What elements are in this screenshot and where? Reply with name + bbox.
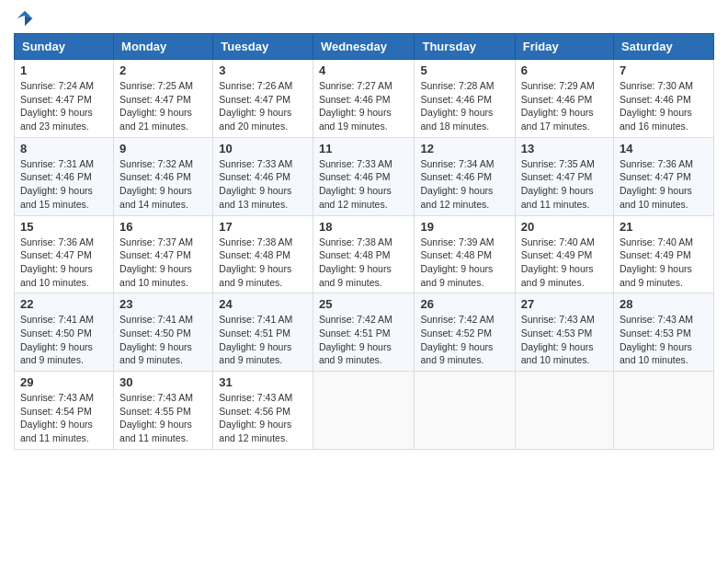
- day-info: Sunrise: 7:36 AM Sunset: 4:47 PM Dayligh…: [20, 236, 108, 290]
- calendar-cell: 3 Sunrise: 7:26 AM Sunset: 4:47 PM Dayli…: [213, 60, 313, 138]
- calendar-cell: 20 Sunrise: 7:40 AM Sunset: 4:49 PM Dayl…: [515, 215, 613, 293]
- calendar-cell: 13 Sunrise: 7:35 AM Sunset: 4:47 PM Dayl…: [515, 137, 613, 215]
- day-number: 2: [119, 63, 207, 77]
- day-number: 20: [521, 220, 608, 234]
- calendar-header-friday: Friday: [515, 34, 613, 60]
- day-number: 29: [20, 375, 108, 389]
- day-info: Sunrise: 7:43 AM Sunset: 4:53 PM Dayligh…: [620, 313, 708, 367]
- logo-icon: [16, 9, 34, 28]
- day-number: 27: [521, 297, 608, 311]
- day-number: 1: [20, 63, 108, 77]
- calendar-cell: [614, 372, 714, 450]
- calendar-cell: 11 Sunrise: 7:33 AM Sunset: 4:46 PM Dayl…: [313, 137, 415, 215]
- day-number: 13: [521, 142, 608, 155]
- day-number: 31: [219, 375, 307, 389]
- day-info: Sunrise: 7:38 AM Sunset: 4:48 PM Dayligh…: [219, 236, 307, 290]
- day-number: 11: [319, 142, 409, 155]
- calendar-header-wednesday: Wednesday: [313, 34, 415, 60]
- calendar-cell: 23 Sunrise: 7:41 AM Sunset: 4:50 PM Dayl…: [114, 293, 213, 372]
- calendar-cell: 22 Sunrise: 7:41 AM Sunset: 4:50 PM Dayl…: [15, 293, 114, 372]
- svg-marker-1: [25, 16, 32, 27]
- day-info: Sunrise: 7:32 AM Sunset: 4:46 PM Dayligh…: [119, 157, 207, 212]
- day-number: 3: [219, 63, 307, 77]
- day-number: 15: [20, 220, 108, 234]
- calendar-header-tuesday: Tuesday: [213, 34, 313, 60]
- calendar-cell: 21 Sunrise: 7:40 AM Sunset: 4:49 PM Dayl…: [614, 215, 714, 293]
- calendar-cell: 1 Sunrise: 7:24 AM Sunset: 4:47 PM Dayli…: [15, 60, 114, 138]
- calendar-cell: 6 Sunrise: 7:29 AM Sunset: 4:46 PM Dayli…: [515, 60, 613, 138]
- calendar-cell: [415, 372, 515, 450]
- calendar-header-saturday: Saturday: [614, 34, 714, 60]
- calendar-cell: 10 Sunrise: 7:33 AM Sunset: 4:46 PM Dayl…: [213, 137, 313, 215]
- calendar-cell: 16 Sunrise: 7:37 AM Sunset: 4:47 PM Dayl…: [114, 215, 213, 293]
- calendar-header-thursday: Thursday: [415, 34, 515, 60]
- logo: [14, 9, 34, 28]
- calendar-table: SundayMondayTuesdayWednesdayThursdayFrid…: [14, 33, 714, 450]
- calendar-cell: 9 Sunrise: 7:32 AM Sunset: 4:46 PM Dayli…: [114, 137, 213, 215]
- day-info: Sunrise: 7:33 AM Sunset: 4:46 PM Dayligh…: [219, 157, 307, 212]
- calendar-cell: [313, 372, 415, 450]
- calendar-header-row: SundayMondayTuesdayWednesdayThursdayFrid…: [15, 34, 714, 60]
- calendar-cell: 17 Sunrise: 7:38 AM Sunset: 4:48 PM Dayl…: [213, 215, 313, 293]
- day-info: Sunrise: 7:43 AM Sunset: 4:55 PM Dayligh…: [119, 391, 207, 445]
- day-number: 25: [319, 297, 409, 311]
- day-number: 5: [420, 63, 508, 77]
- calendar-week-row: 22 Sunrise: 7:41 AM Sunset: 4:50 PM Dayl…: [15, 293, 714, 372]
- day-number: 24: [219, 297, 307, 311]
- day-info: Sunrise: 7:26 AM Sunset: 4:47 PM Dayligh…: [219, 79, 307, 133]
- day-info: Sunrise: 7:42 AM Sunset: 4:51 PM Dayligh…: [319, 313, 409, 367]
- day-number: 26: [420, 297, 508, 311]
- calendar-header-sunday: Sunday: [15, 34, 114, 60]
- calendar-cell: 26 Sunrise: 7:42 AM Sunset: 4:52 PM Dayl…: [415, 293, 515, 372]
- day-number: 23: [119, 297, 207, 311]
- day-number: 12: [420, 142, 508, 155]
- day-number: 17: [219, 220, 307, 234]
- day-number: 8: [20, 142, 108, 155]
- day-number: 10: [219, 142, 307, 155]
- day-info: Sunrise: 7:35 AM Sunset: 4:47 PM Dayligh…: [521, 157, 608, 212]
- day-number: 4: [319, 63, 409, 77]
- day-info: Sunrise: 7:33 AM Sunset: 4:46 PM Dayligh…: [319, 157, 409, 212]
- day-number: 16: [119, 220, 207, 234]
- calendar-cell: 25 Sunrise: 7:42 AM Sunset: 4:51 PM Dayl…: [313, 293, 415, 372]
- day-info: Sunrise: 7:42 AM Sunset: 4:52 PM Dayligh…: [420, 313, 508, 367]
- day-info: Sunrise: 7:43 AM Sunset: 4:56 PM Dayligh…: [219, 391, 307, 445]
- day-info: Sunrise: 7:28 AM Sunset: 4:46 PM Dayligh…: [420, 79, 508, 133]
- calendar-week-row: 29 Sunrise: 7:43 AM Sunset: 4:54 PM Dayl…: [15, 372, 714, 450]
- day-info: Sunrise: 7:43 AM Sunset: 4:53 PM Dayligh…: [521, 313, 608, 367]
- calendar-cell: 5 Sunrise: 7:28 AM Sunset: 4:46 PM Dayli…: [415, 60, 515, 138]
- calendar-week-row: 1 Sunrise: 7:24 AM Sunset: 4:47 PM Dayli…: [15, 60, 714, 138]
- day-number: 21: [620, 220, 708, 234]
- day-info: Sunrise: 7:37 AM Sunset: 4:47 PM Dayligh…: [119, 236, 207, 290]
- calendar-cell: 4 Sunrise: 7:27 AM Sunset: 4:46 PM Dayli…: [313, 60, 415, 138]
- page-header: [14, 9, 714, 28]
- calendar-week-row: 8 Sunrise: 7:31 AM Sunset: 4:46 PM Dayli…: [15, 137, 714, 215]
- day-info: Sunrise: 7:25 AM Sunset: 4:47 PM Dayligh…: [119, 79, 207, 133]
- day-info: Sunrise: 7:40 AM Sunset: 4:49 PM Dayligh…: [521, 236, 608, 290]
- day-info: Sunrise: 7:39 AM Sunset: 4:48 PM Dayligh…: [420, 236, 508, 290]
- day-info: Sunrise: 7:38 AM Sunset: 4:48 PM Dayligh…: [319, 236, 409, 290]
- calendar-cell: 27 Sunrise: 7:43 AM Sunset: 4:53 PM Dayl…: [515, 293, 613, 372]
- day-number: 18: [319, 220, 409, 234]
- day-number: 14: [620, 142, 708, 155]
- day-info: Sunrise: 7:31 AM Sunset: 4:46 PM Dayligh…: [20, 157, 108, 212]
- day-info: Sunrise: 7:41 AM Sunset: 4:51 PM Dayligh…: [219, 313, 307, 367]
- day-number: 19: [420, 220, 508, 234]
- day-number: 7: [620, 63, 708, 77]
- day-info: Sunrise: 7:41 AM Sunset: 4:50 PM Dayligh…: [20, 313, 108, 367]
- calendar-cell: 12 Sunrise: 7:34 AM Sunset: 4:46 PM Dayl…: [415, 137, 515, 215]
- day-info: Sunrise: 7:30 AM Sunset: 4:46 PM Dayligh…: [620, 79, 708, 133]
- calendar-cell: 24 Sunrise: 7:41 AM Sunset: 4:51 PM Dayl…: [213, 293, 313, 372]
- day-info: Sunrise: 7:29 AM Sunset: 4:46 PM Dayligh…: [521, 79, 608, 133]
- calendar-body: 1 Sunrise: 7:24 AM Sunset: 4:47 PM Dayli…: [15, 60, 714, 450]
- calendar-cell: 31 Sunrise: 7:43 AM Sunset: 4:56 PM Dayl…: [213, 372, 313, 450]
- calendar-cell: 29 Sunrise: 7:43 AM Sunset: 4:54 PM Dayl…: [15, 372, 114, 450]
- calendar-week-row: 15 Sunrise: 7:36 AM Sunset: 4:47 PM Dayl…: [15, 215, 714, 293]
- calendar-cell: 15 Sunrise: 7:36 AM Sunset: 4:47 PM Dayl…: [15, 215, 114, 293]
- day-info: Sunrise: 7:40 AM Sunset: 4:49 PM Dayligh…: [620, 236, 708, 290]
- day-info: Sunrise: 7:43 AM Sunset: 4:54 PM Dayligh…: [20, 391, 108, 445]
- day-number: 6: [521, 63, 608, 77]
- calendar-cell: 7 Sunrise: 7:30 AM Sunset: 4:46 PM Dayli…: [614, 60, 714, 138]
- calendar-cell: 8 Sunrise: 7:31 AM Sunset: 4:46 PM Dayli…: [15, 137, 114, 215]
- day-info: Sunrise: 7:27 AM Sunset: 4:46 PM Dayligh…: [319, 79, 409, 133]
